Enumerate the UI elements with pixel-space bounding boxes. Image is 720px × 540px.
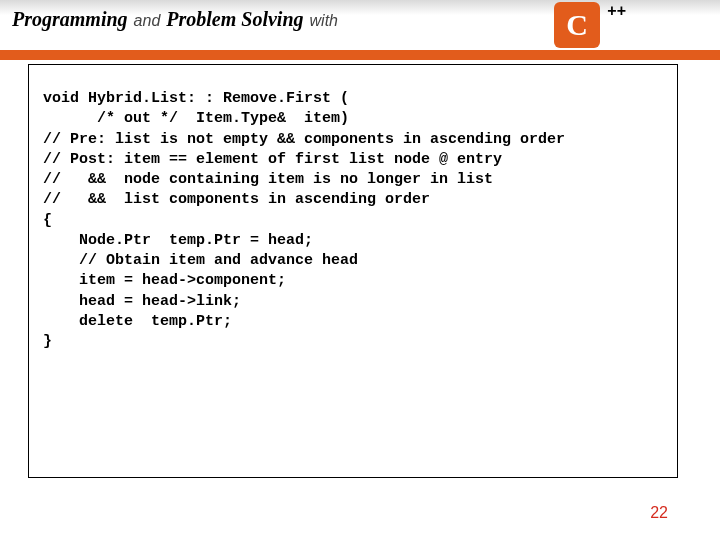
code-line: item = head->component;: [43, 272, 286, 289]
title-word-and: and: [134, 12, 161, 30]
code-panel: void Hybrid.List: : Remove.First ( /* ou…: [28, 64, 678, 478]
slide-header: Programming and Problem Solving with C +…: [0, 0, 720, 56]
code-line: // Obtain item and advance head: [43, 252, 358, 269]
title-word-problem-solving: Problem Solving: [166, 8, 303, 31]
code-line: void Hybrid.List: : Remove.First (: [43, 90, 349, 107]
code-line: // Pre: list is not empty && components …: [43, 131, 565, 148]
code-line: Node.Ptr temp.Ptr = head;: [43, 232, 313, 249]
cpp-logo-icon: C: [554, 2, 600, 48]
cpp-logo-plusplus: ++: [607, 2, 626, 20]
code-line: /* out */ Item.Type& item): [43, 110, 349, 127]
code-line: }: [43, 333, 52, 350]
code-line: head = head->link;: [43, 293, 241, 310]
divider-bar: [0, 56, 720, 60]
title-word-with: with: [310, 12, 338, 30]
title-word-programming: Programming: [12, 8, 128, 31]
code-line: // Post: item == element of first list n…: [43, 151, 502, 168]
code-block: void Hybrid.List: : Remove.First ( /* ou…: [43, 89, 663, 352]
code-line: {: [43, 212, 52, 229]
code-line: delete temp.Ptr;: [43, 313, 232, 330]
code-line: // && list components in ascending order: [43, 191, 430, 208]
page-number: 22: [650, 504, 668, 522]
code-line: // && node containing item is no longer …: [43, 171, 493, 188]
